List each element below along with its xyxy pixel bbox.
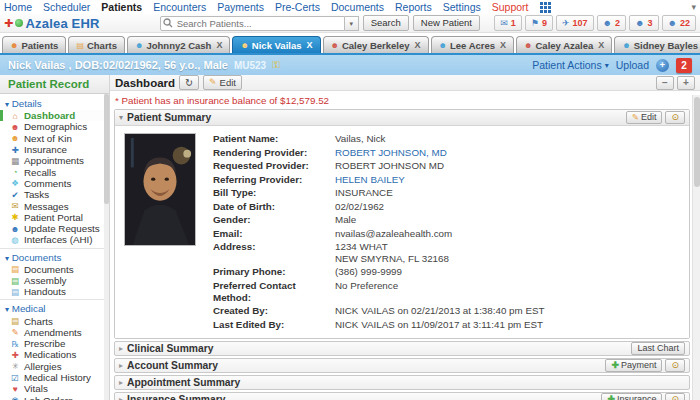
- expand-all-button[interactable]: +: [677, 76, 695, 90]
- tab-caley-berkeley[interactable]: ☻ Caley Berkeley X: [323, 36, 429, 53]
- menu-patients[interactable]: Patients: [101, 1, 142, 13]
- menu-documents[interactable]: Documents: [331, 1, 384, 13]
- tab-nick-vailas[interactable]: ☻ Nick Vailas X: [232, 36, 320, 53]
- sidebar-scrollbar[interactable]: [104, 94, 109, 400]
- collapse-all-button[interactable]: −: [656, 76, 674, 90]
- sidebar-item-recalls[interactable]: ◔Recalls: [0, 166, 109, 177]
- sidebar-item-vitals[interactable]: ♥Vitals: [0, 383, 109, 394]
- upload-link[interactable]: Upload: [616, 59, 649, 71]
- tab-lee-acres[interactable]: ☻ Lee Acres X: [431, 36, 515, 53]
- visibility-button[interactable]: ⊙: [665, 359, 685, 372]
- menu-settings[interactable]: Settings: [443, 1, 481, 13]
- apps-grid-icon[interactable]: [540, 2, 551, 13]
- sent-badge-button[interactable]: ✈ 107: [556, 15, 594, 31]
- patient-badge-button[interactable]: ☻ 2: [597, 15, 627, 31]
- last-chart-button[interactable]: Last Chart: [631, 342, 685, 355]
- section-details[interactable]: ▾ Details: [0, 96, 109, 110]
- appointment-summary-section[interactable]: ▸ Appointment Summary: [114, 375, 690, 390]
- close-icon[interactable]: X: [307, 40, 313, 50]
- new-patient-button[interactable]: New Patient: [413, 15, 480, 31]
- tab-label: Nick Vailas: [252, 40, 302, 51]
- close-icon[interactable]: X: [415, 40, 421, 50]
- sidebar-item-next-of-kin[interactable]: ☻Next of Kin: [0, 133, 109, 144]
- tab-caley-azalea[interactable]: ☻ Caley Azalea X: [516, 36, 612, 53]
- sidebar-item-amendments[interactable]: ✎Amendments: [0, 327, 109, 338]
- person-icon: ☻: [622, 41, 630, 50]
- tab-charts[interactable]: ▤ Charts: [68, 36, 125, 53]
- section-title: Clinical Summary: [127, 343, 213, 354]
- collapse-icon[interactable]: ▾: [119, 113, 123, 122]
- sidebar-item-messages[interactable]: ✉Messages: [0, 200, 109, 211]
- menu-payments[interactable]: Payments: [217, 1, 264, 13]
- key-icon[interactable]: ⚿: [272, 59, 280, 71]
- sidebar-item-insurance[interactable]: ✚Insurance: [0, 144, 109, 155]
- mail-badge-button[interactable]: ✉ 1: [494, 15, 522, 31]
- patient-summary-fields: Patient Name:Vailas, Nick Rendering Prov…: [213, 133, 545, 332]
- sidebar-item-patient-portal[interactable]: ✱Patient Portal: [0, 212, 109, 223]
- add-payment-button[interactable]: ✚Payment: [605, 359, 662, 372]
- sidebar-item-medical-history[interactable]: ☑Medical History: [0, 372, 109, 383]
- close-icon[interactable]: X: [598, 40, 604, 50]
- add-insurance-button[interactable]: ✚Insurance: [601, 393, 662, 400]
- sidebar-item-documents[interactable]: ▤Documents: [0, 264, 109, 275]
- user-icon: ☻: [668, 18, 677, 28]
- visibility-button[interactable]: ⊙: [665, 393, 685, 400]
- expand-icon[interactable]: ▸: [119, 361, 123, 370]
- menu-encounters[interactable]: Encounters: [153, 1, 206, 13]
- expand-icon[interactable]: ▸: [119, 395, 123, 400]
- folder-icon: ▤: [10, 316, 20, 326]
- tab-johnny2-cash[interactable]: ☻ Johnny2 Cash X: [127, 36, 230, 53]
- search-dropdown-caret[interactable]: ▾: [345, 16, 359, 31]
- clinical-summary-section[interactable]: ▸ Clinical Summary Last Chart: [114, 341, 690, 356]
- visibility-button[interactable]: ⊙: [665, 111, 685, 124]
- insurance-summary-section[interactable]: ▸ Insurance Summary ✚Insurance ⊙: [114, 392, 690, 400]
- account-summary-section[interactable]: ▸ Account Summary ✚Payment ⊙: [114, 358, 690, 373]
- search-button[interactable]: Search: [363, 15, 409, 31]
- referring-provider-link[interactable]: HELEN BAILEY: [335, 174, 405, 186]
- menu-scheduler[interactable]: Scheduler: [43, 1, 90, 13]
- main-scrollbar[interactable]: [692, 95, 700, 400]
- sidebar-item-comments[interactable]: ❖Comments: [0, 178, 109, 189]
- sidebar-item-assembly[interactable]: ▤Assembly: [0, 275, 109, 286]
- refresh-button[interactable]: ↻: [179, 75, 199, 90]
- divider: [0, 299, 109, 300]
- search-input[interactable]: [160, 16, 345, 31]
- alert-count-badge[interactable]: 2: [676, 58, 692, 73]
- pin-badge-button[interactable]: ⚑ 9: [525, 15, 553, 31]
- section-label: Medical: [12, 303, 46, 314]
- upload-icon[interactable]: +: [656, 59, 669, 72]
- tab-patients[interactable]: ☻ Patients: [2, 36, 66, 53]
- expand-icon[interactable]: ▸: [119, 378, 123, 387]
- sidebar-item-medications[interactable]: ✚Medications: [0, 349, 109, 360]
- close-icon[interactable]: X: [500, 40, 506, 50]
- chevron-down-icon[interactable]: ▾: [692, 2, 697, 12]
- sidebar-item-interfaces-ahi[interactable]: ◍Interfaces (AHI): [0, 234, 109, 245]
- edit-patient-button[interactable]: ✎Edit: [626, 111, 663, 124]
- menu-reports[interactable]: Reports: [395, 1, 432, 13]
- edit-dashboard-button[interactable]: ✎Edit: [203, 75, 242, 90]
- sidebar-item-demographics[interactable]: ☻Demographics: [0, 121, 109, 132]
- rendering-provider-link[interactable]: ROBERT JOHNSON, MD: [335, 147, 447, 159]
- sidebar-item-lab-orders[interactable]: ◉Lab Orders: [0, 395, 109, 400]
- tab-label: Patients: [21, 40, 58, 51]
- patient-summary-header[interactable]: ▾ Patient Summary ✎Edit ⊙: [115, 110, 689, 126]
- sidebar-item-prescribe[interactable]: ℞Prescribe: [0, 338, 109, 349]
- sidebar-item-dashboard[interactable]: ⌂Dashboard: [0, 110, 109, 121]
- sidebar-item-tasks[interactable]: ✔Tasks: [0, 189, 109, 200]
- sidebar-item-allergies[interactable]: ✳Allergies: [0, 361, 109, 372]
- patient-actions-menu[interactable]: Patient Actions: [532, 59, 601, 71]
- section-medical[interactable]: ▾ Medical: [0, 301, 109, 315]
- section-documents[interactable]: ▾ Documents: [0, 250, 109, 264]
- close-icon[interactable]: X: [216, 40, 222, 50]
- user-badge-button[interactable]: ☻ 22: [662, 15, 697, 31]
- menu-support[interactable]: Support: [492, 1, 529, 13]
- sidebar-item-handouts[interactable]: ▤Handouts: [0, 286, 109, 297]
- sidebar-item-charts[interactable]: ▤Charts: [0, 315, 109, 326]
- menu-pre-certs[interactable]: Pre-Certs: [275, 1, 320, 13]
- tab-sidney-bayles[interactable]: ☻ Sidney Bayles X: [614, 36, 700, 53]
- sidebar-item-appointments[interactable]: ▦Appointments: [0, 155, 109, 166]
- menu-home[interactable]: Home: [4, 1, 32, 13]
- sidebar-item-update-requests[interactable]: ☻Update Requests: [0, 223, 109, 234]
- expand-icon[interactable]: ▸: [119, 344, 123, 353]
- patients-badge-button[interactable]: ☻ 3: [629, 15, 659, 31]
